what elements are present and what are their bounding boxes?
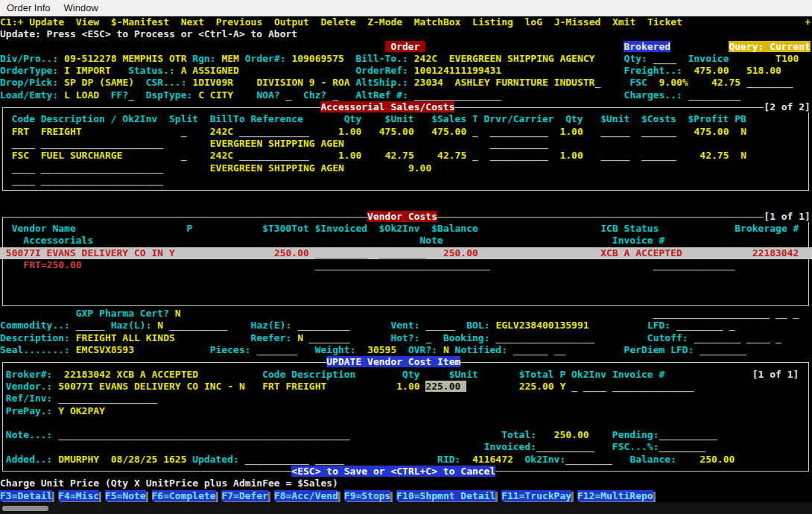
- vendor-row-ok2inv-field[interactable]: ________: [379, 247, 426, 258]
- fkey-f11-truckpay[interactable]: F11=TruckPay: [501, 490, 571, 501]
- field-misc-3[interactable]: _: [793, 308, 799, 319]
- field-alt-ref[interactable]: _______________: [414, 89, 501, 101]
- acc-row-code-field[interactable]: ____: [12, 138, 35, 149]
- menu-item-zmode[interactable]: Z-Mode: [367, 16, 402, 28]
- menu-item-view[interactable]: View: [76, 16, 99, 28]
- field-commodity[interactable]: _____: [76, 320, 105, 331]
- acc-row-code-field[interactable]: ____: [12, 174, 35, 185]
- field-note[interactable]: ________________________________________…: [58, 429, 349, 440]
- field-ref-inv[interactable]: _________________: [58, 393, 157, 404]
- field-invoiced[interactable]: __________: [536, 441, 594, 452]
- acc-row2-code[interactable]: FSC: [12, 150, 29, 161]
- menu-item-next[interactable]: Next: [181, 16, 204, 28]
- update-row-ok2inv-field-2[interactable]: ____: [583, 381, 606, 392]
- acc-row2-t[interactable]: _: [472, 150, 478, 161]
- acc-row-desc-field[interactable]: _____________________: [41, 174, 163, 185]
- menubar-item-window[interactable]: Window: [64, 2, 98, 13]
- value-bill-to-code[interactable]: 242C: [414, 53, 437, 64]
- value-bol[interactable]: EGLV238400135991: [495, 320, 589, 331]
- value-alt-ship[interactable]: 23034: [414, 77, 443, 88]
- update-row-invoice-field[interactable]: ______________: [612, 381, 694, 392]
- field-cutoff-3[interactable]: _: [775, 332, 781, 343]
- menu-item-matchbox[interactable]: MatchBox: [414, 16, 461, 28]
- fkey-f3-detail[interactable]: F3=Detail: [0, 490, 52, 501]
- value-weight[interactable]: 30595: [367, 344, 396, 355]
- value-description[interactable]: FREIGHT ALL KINDS: [76, 332, 175, 343]
- field-haz-e[interactable]: _________: [297, 320, 349, 331]
- menu-item-log[interactable]: loG: [525, 16, 542, 28]
- acc-row1-carrier2[interactable]: __________: [489, 138, 548, 149]
- update-row-unit-price-field[interactable]: 225.00: [425, 381, 466, 392]
- menu-item-jmissed[interactable]: J-Missed: [554, 16, 601, 28]
- field-misc-2[interactable]: __: [775, 308, 787, 319]
- menu-item-manifest[interactable]: $-Manifest: [111, 16, 169, 28]
- field-booking[interactable]: _________________: [495, 332, 594, 343]
- value-seal[interactable]: EMCSVX8593: [76, 344, 134, 355]
- field-charges[interactable]: _________: [688, 89, 740, 101]
- field-ff[interactable]: _: [128, 89, 134, 101]
- value-gxp-pharma[interactable]: N: [175, 308, 181, 319]
- fkey-f10-shipment-detail[interactable]: F10=Shpmnt Detail: [396, 490, 495, 501]
- vendor-costs-row-selected[interactable]: 50077I EVANS DELIVERY CO IN Y 250.00 ___…: [0, 247, 812, 259]
- menubar-item-order-info[interactable]: Order Info: [7, 2, 51, 13]
- field-updated[interactable]: ___________: [245, 454, 309, 465]
- field-misc-1[interactable]: ____________________: [653, 308, 770, 319]
- value-freight[interactable]: 475.00: [694, 65, 729, 76]
- acc-row-desc-field[interactable]: _____________________: [41, 138, 163, 149]
- update-row-ok2inv-field[interactable]: _: [571, 381, 577, 392]
- acc-row2-cost-unit[interactable]: _____: [600, 150, 629, 161]
- value-region[interactable]: MEM: [221, 53, 238, 64]
- menu-item-more[interactable]: +: [805, 16, 811, 28]
- update-row-qty[interactable]: 1.00: [396, 381, 419, 392]
- field-notified[interactable]: ______: [513, 344, 548, 355]
- value-prepay[interactable]: Y OK2PAY: [58, 405, 105, 416]
- acc-row1-carrier[interactable]: __________: [490, 126, 548, 137]
- acc-row-code-field[interactable]: ____: [12, 162, 35, 174]
- menu-item-listing[interactable]: Listing: [472, 16, 513, 28]
- field-ok2inv[interactable]: ________: [565, 454, 612, 465]
- vendor-row-invoiced-field[interactable]: _________: [315, 247, 367, 258]
- menu-item-xmit[interactable]: Xmit: [612, 16, 635, 28]
- value-broker-number[interactable]: 22183042 XCB A ACCEPTED: [64, 369, 198, 380]
- acc-row1-cost-unit[interactable]: _____: [600, 126, 629, 137]
- value-csr[interactable]: 1DIV09R: [192, 77, 233, 88]
- menu-item-delete[interactable]: Delete: [321, 16, 356, 28]
- fkey-f9-stops[interactable]: F9=Stops: [344, 490, 391, 501]
- vendor-row-name[interactable]: 50077I EVANS DELIVERY CO IN: [6, 247, 163, 258]
- menu-item-output[interactable]: Output: [274, 16, 309, 28]
- fkey-f8-acc-vend[interactable]: F8=Acc/Vend: [274, 490, 338, 501]
- value-haz-l[interactable]: N: [157, 320, 163, 331]
- field-cutoff[interactable]: ________: [694, 332, 740, 343]
- field-vent[interactable]: _____: [425, 320, 454, 331]
- field-reefer[interactable]: _______: [309, 332, 350, 343]
- field-pieces[interactable]: _______: [256, 344, 297, 355]
- field-fsc-extra[interactable]: ________: [746, 77, 793, 88]
- acc-row2-carrier[interactable]: __________: [490, 150, 548, 161]
- horizontal-scrollbar-thumb[interactable]: [2, 506, 48, 511]
- fkey-f6-complete[interactable]: F6=Complete: [152, 490, 216, 501]
- bottom-scrollbar-track[interactable]: [0, 502, 812, 514]
- value-status[interactable]: A ASSIGNED: [181, 65, 239, 76]
- menu-item-previous[interactable]: Previous: [216, 16, 263, 28]
- acc-row2-reference[interactable]: ____________: [239, 150, 309, 161]
- value-load-empty[interactable]: L LOAD: [64, 89, 99, 101]
- value-reefer[interactable]: N: [297, 332, 303, 343]
- field-perdiem-lfd[interactable]: ________: [700, 344, 746, 355]
- value-order-number[interactable]: 109069575: [291, 53, 343, 64]
- field-haz-l[interactable]: __________: [169, 320, 227, 331]
- value-order-type[interactable]: I IMPORT: [64, 65, 111, 76]
- field-chz[interactable]: _: [332, 89, 338, 101]
- field-notified-2[interactable]: __: [554, 344, 566, 355]
- value-order-ref[interactable]: 100124111199431: [414, 65, 501, 76]
- fkey-f7-defer[interactable]: F7=Defer: [221, 490, 268, 501]
- acc-row1-reference[interactable]: ____________: [239, 126, 309, 137]
- field-fsc-percent[interactable]: ________: [659, 441, 705, 452]
- vendor-row-invoice-field[interactable]: ______________: [653, 259, 735, 270]
- value-drop-pick[interactable]: SP DP (SAME): [64, 77, 134, 88]
- vendor-row-note-field[interactable]: ______________________________: [315, 259, 490, 270]
- acc-row1-t[interactable]: _: [472, 126, 478, 137]
- field-qty[interactable]: ____: [653, 53, 676, 64]
- acc-row2-costs[interactable]: ______: [641, 150, 676, 161]
- fkey-f5-note[interactable]: F5=Note: [105, 490, 146, 501]
- field-cutoff-2[interactable]: ____: [746, 332, 770, 343]
